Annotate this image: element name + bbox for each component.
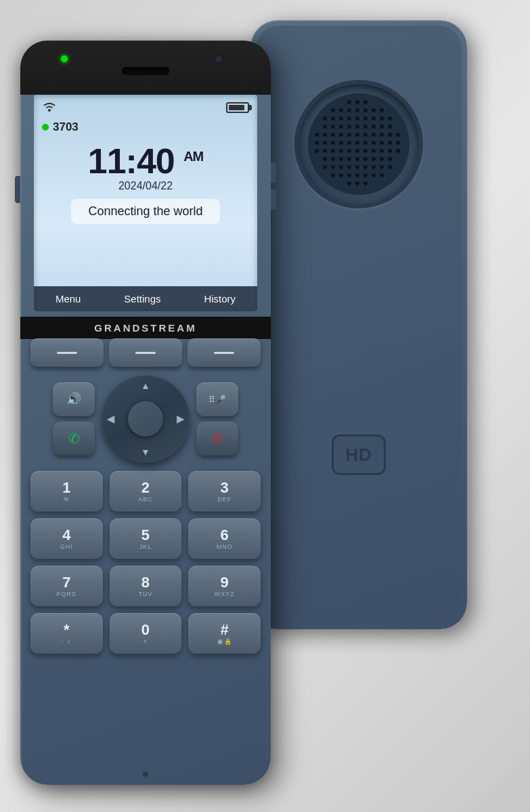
key-9[interactable]: 9 WXYZ: [188, 566, 261, 606]
svg-point-0: [48, 109, 51, 112]
key-star-main: *: [64, 623, 70, 637]
key-6[interactable]: 6 MNO: [188, 518, 261, 559]
key-8-sub: TUV: [138, 591, 152, 597]
dpad[interactable]: ▲ ▼ ◀ ▶: [102, 375, 190, 463]
wifi-icon: [42, 100, 57, 115]
key-0-sub: +: [143, 639, 148, 645]
key-9-sub: WXYZ: [215, 591, 235, 597]
key-star[interactable]: * · ♪: [30, 613, 103, 654]
hd-label: HD: [345, 445, 372, 466]
screen-softkey-settings[interactable]: Settings: [124, 293, 160, 304]
time-value: 11:40 AM: [88, 141, 204, 181]
key-2[interactable]: 2 ABC: [110, 471, 182, 512]
dpad-center-button[interactable]: [128, 401, 163, 436]
key-7[interactable]: 7 PQRS: [30, 566, 103, 606]
camera: [214, 54, 223, 64]
key-3-main: 3: [221, 480, 229, 495]
tagline-banner: Connecting the world: [71, 199, 220, 224]
dpad-right[interactable]: ▶: [177, 413, 184, 424]
key-4-main: 4: [62, 528, 70, 543]
battery-fill: [229, 105, 244, 110]
key-hash-main: #: [221, 623, 229, 637]
softkey-left-icon: [57, 352, 77, 354]
extension-status-dot: [42, 124, 49, 131]
top-bezel: [20, 41, 271, 95]
earpiece: [122, 67, 169, 75]
key-3[interactable]: 3 DEF: [188, 471, 261, 512]
extension-number: 3703: [53, 120, 79, 134]
screen-softkey-bar: Menu Settings History: [34, 286, 257, 311]
key-8[interactable]: 8 TUV: [110, 566, 182, 606]
key-5[interactable]: 5 JKL: [110, 518, 182, 559]
bottom-mic-dot: [143, 771, 148, 777]
battery-icon: [226, 102, 249, 113]
speaker-icon: 🔊: [66, 392, 81, 407]
phone-screen: 3703 11:40 AM 2024/04/22 Connecting the …: [34, 95, 257, 311]
dpad-up[interactable]: ▲: [141, 380, 150, 391]
side-button-bottom[interactable]: [271, 189, 276, 210]
led-indicator: [61, 55, 68, 62]
call-button[interactable]: ✆: [53, 422, 95, 455]
softkey-center[interactable]: [109, 338, 182, 367]
dpad-down[interactable]: ▼: [141, 447, 150, 457]
brand-label: GRANDSTREAM: [20, 317, 271, 339]
nav-right-col: ⠿🎤 ✆: [196, 382, 238, 455]
key-5-main: 5: [141, 528, 150, 543]
dpad-left[interactable]: ◀: [107, 413, 114, 424]
key-4-sub: GHI: [60, 544, 73, 550]
conf-mute-button[interactable]: ⠿🎤: [196, 382, 238, 416]
speaker-grille: [308, 93, 410, 195]
key-2-sub: ABC: [138, 497, 153, 503]
key-7-main: 7: [62, 575, 70, 590]
time-display: 11:40 AM: [34, 137, 257, 180]
side-button-top[interactable]: [271, 162, 276, 183]
key-hash-sub: ▣🔒: [217, 639, 232, 645]
softkey-left[interactable]: [30, 338, 104, 367]
dpad-ring[interactable]: ▲ ▼ ◀ ▶: [102, 375, 190, 463]
key-6-sub: MNO: [217, 544, 233, 550]
key-star-sub: · ♪: [62, 639, 71, 645]
ampm-label: AM: [183, 149, 203, 164]
phone-back-body: HD: [256, 26, 462, 624]
key-6-main: 6: [221, 528, 229, 543]
date-display: 2024/04/22: [34, 180, 257, 192]
key-0[interactable]: 0 +: [110, 613, 182, 654]
key-9-main: 9: [221, 575, 229, 590]
conf-mute-icon: ⠿🎤: [208, 394, 226, 405]
call-icon: ✆: [68, 430, 80, 447]
key-1-main: 1: [62, 480, 70, 495]
screen-softkey-history[interactable]: History: [204, 293, 236, 304]
key-hash[interactable]: # ▣🔒: [188, 613, 261, 654]
scene: HD: [0, 0, 530, 812]
key-7-sub: PQRS: [57, 591, 77, 597]
hd-badge: HD: [332, 434, 386, 475]
key-1-sub: ✉: [64, 497, 70, 503]
nav-cluster: 🔊 ✆ ▲ ▼ ◀ ▶: [30, 375, 261, 463]
softkey-row: [30, 338, 261, 367]
key-2-main: 2: [141, 480, 150, 495]
key-8-main: 8: [141, 575, 150, 590]
key-3-sub: DEF: [217, 497, 231, 503]
status-bar: [34, 95, 257, 118]
speaker-grille-circle: [294, 80, 423, 208]
nav-left-col: 🔊 ✆: [53, 382, 95, 455]
speaker-button[interactable]: 🔊: [53, 382, 95, 416]
softkey-center-icon: [135, 352, 156, 354]
key-4[interactable]: 4 GHI: [30, 518, 103, 559]
screen-softkey-menu[interactable]: Menu: [56, 293, 81, 304]
digit-keypad: 1 ✉ 2 ABC 3 DEF 4 GHI 5 JKL: [30, 471, 261, 654]
end-call-button[interactable]: ✆: [196, 422, 238, 455]
key-1[interactable]: 1 ✉: [30, 471, 103, 512]
key-5-sub: JKL: [139, 544, 152, 550]
extension-row: 3703: [34, 118, 257, 137]
key-0-main: 0: [141, 623, 150, 637]
end-call-icon: ✆: [212, 430, 223, 447]
softkey-right-icon: [214, 352, 234, 354]
keypad-area: 🔊 ✆ ▲ ▼ ◀ ▶: [30, 338, 261, 765]
phone-back: HD: [250, 20, 467, 629]
softkey-right[interactable]: [187, 338, 261, 367]
volume-side-button[interactable]: [15, 176, 20, 203]
phone-front: 3703 11:40 AM 2024/04/22 Connecting the …: [20, 41, 271, 785]
